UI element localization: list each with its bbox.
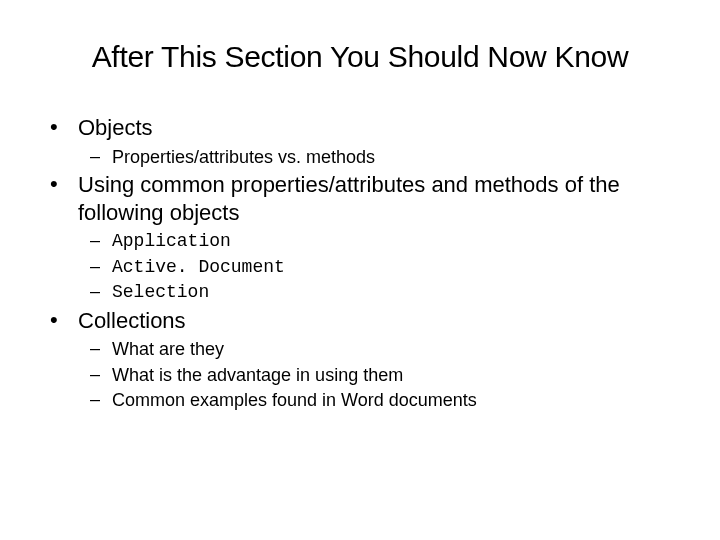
sub-bullet: – What are they <box>45 338 675 361</box>
slide-title: After This Section You Should Now Know <box>45 40 675 74</box>
sub-bullet: – Common examples found in Word document… <box>45 389 675 412</box>
bullet-text: Using common properties/attributes and m… <box>78 171 675 226</box>
bullet-marker: • <box>50 307 78 333</box>
bullet-text: Active. Document <box>112 256 285 279</box>
bullet-marker: – <box>90 230 112 252</box>
sub-bullet: – Properties/attributes vs. methods <box>45 146 675 169</box>
sub-bullet: – Selection <box>45 281 675 304</box>
bullet-using-common: • Using common properties/attributes and… <box>45 171 675 226</box>
bullet-marker: – <box>90 281 112 303</box>
sub-bullet: – Active. Document <box>45 256 675 279</box>
bullet-text: Collections <box>78 307 186 335</box>
bullet-marker: – <box>90 256 112 278</box>
bullet-marker: – <box>90 338 112 360</box>
bullet-marker: • <box>50 171 78 197</box>
bullet-text: Properties/attributes vs. methods <box>112 146 375 169</box>
bullet-marker: – <box>90 389 112 411</box>
bullet-objects: • Objects <box>45 114 675 142</box>
bullet-collections: • Collections <box>45 307 675 335</box>
bullet-text: Selection <box>112 281 209 304</box>
sub-bullet: – What is the advantage in using them <box>45 364 675 387</box>
bullet-marker: – <box>90 146 112 168</box>
bullet-text: Objects <box>78 114 153 142</box>
bullet-text: Application <box>112 230 231 253</box>
bullet-text: Common examples found in Word documents <box>112 389 477 412</box>
bullet-marker: • <box>50 114 78 140</box>
sub-bullet: – Application <box>45 230 675 253</box>
bullet-marker: – <box>90 364 112 386</box>
bullet-text: What are they <box>112 338 224 361</box>
bullet-text: What is the advantage in using them <box>112 364 403 387</box>
